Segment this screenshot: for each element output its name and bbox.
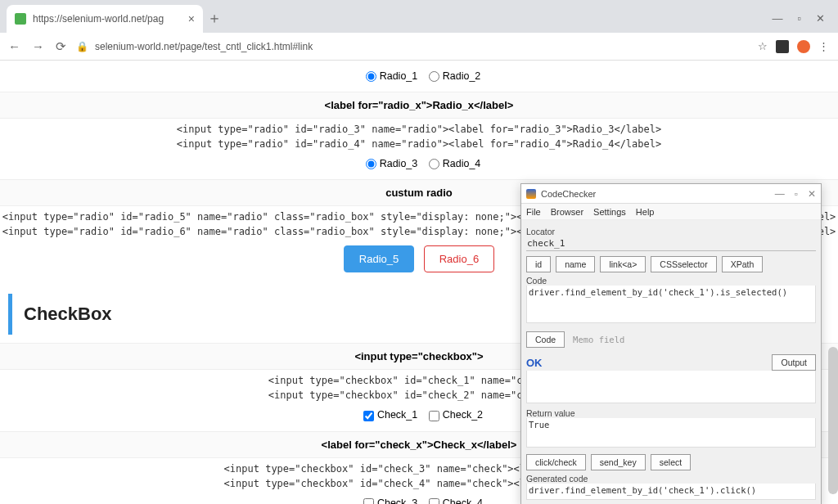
cc-generated-textarea[interactable]: driver.find_element_by_id('check_1').cli… [526,484,816,500]
tab-title: https://selenium-world.net/pag [33,13,164,25]
radio-group-34: Radio_3 Radio_4 [0,151,838,176]
menu-dots-icon[interactable]: ⋮ [818,40,830,52]
section-head-label-radio-x: <label for="radio_x">Radio_x</label> [0,92,838,119]
url-input[interactable]: 🔒 selenium-world.net/page/test_cntl_clic… [76,41,748,52]
check-2-label: Check_2 [443,409,483,421]
cc-locator-label: Locator [526,227,816,236]
cc-minimize-icon[interactable]: — [775,188,785,200]
radio-2-label: Radio_2 [443,70,481,82]
cc-sendkey-button[interactable]: send_key [591,454,646,470]
browser-tab[interactable]: https://selenium-world.net/pag × [7,5,203,33]
cc-xpath-button[interactable]: XPath [722,256,764,272]
check-4-label: Check_4 [443,497,483,504]
browser-tabstrip: https://selenium-world.net/pag × ＋ — ▫ ✕ [0,0,838,33]
radio-3[interactable] [366,159,376,169]
cc-return-label: Return value [526,408,816,418]
custom-radio-6-button[interactable]: Radio_6 [424,245,494,272]
radio-4-label: Radio_4 [443,158,481,169]
nav-back-icon[interactable]: ← [8,39,20,54]
cc-link-button[interactable]: link<a> [600,256,646,272]
check-4[interactable] [429,498,439,504]
check-1[interactable] [363,411,374,421]
address-bar: ← → ⟳ 🔒 selenium-world.net/page/test_cnt… [0,33,838,61]
codechecker-titlebar[interactable]: CodeChecker — ▫ ✕ [521,184,821,204]
cc-menu-help[interactable]: Help [636,207,655,217]
profile-avatar-icon[interactable] [797,40,810,53]
scrollbar-thumb[interactable] [828,347,838,494]
radio-3-label: Radio_3 [380,158,418,169]
bookmark-star-icon[interactable]: ☆ [758,40,768,52]
nav-reload-icon[interactable]: ⟳ [56,39,66,54]
cc-name-button[interactable]: name [556,256,595,272]
new-tab-button[interactable]: ＋ [203,8,226,33]
cc-code-button[interactable]: Code [526,331,565,348]
lock-icon: 🔒 [76,41,88,52]
cc-memo-field[interactable]: Memo field [573,335,816,344]
check-1-label: Check_1 [377,409,417,421]
radio-4[interactable] [429,159,439,169]
custom-radio-5-button[interactable]: Radio_5 [344,245,414,272]
check-3[interactable] [363,498,374,504]
codechecker-app-icon [526,189,536,199]
window-minimize-icon[interactable]: — [772,12,782,25]
cc-id-button[interactable]: id [526,256,551,272]
radio-1-label: Radio_1 [380,70,418,82]
radio-2[interactable] [429,71,439,82]
cc-menu-settings[interactable]: Settings [593,207,626,217]
codechecker-window: CodeChecker — ▫ ✕ File Browser Settings … [520,183,822,504]
cc-maximize-icon[interactable]: ▫ [795,188,798,200]
cc-menu-browser[interactable]: Browser [551,207,583,217]
cc-return-textarea[interactable]: True [526,418,816,448]
codechecker-title: CodeChecker [541,189,770,199]
cc-clickcheck-button[interactable]: click/check [526,454,586,470]
tab-close-icon[interactable]: × [188,12,195,25]
cc-ok-status: OK [526,357,543,369]
check-3-label: Check_3 [377,497,417,504]
cc-menu-file[interactable]: File [526,207,541,217]
extension-icon[interactable] [776,40,789,53]
cc-code-label: Code [526,276,816,286]
window-maximize-icon[interactable]: ▫ [797,12,801,25]
cc-locator-input[interactable] [526,236,816,251]
cc-output-button[interactable]: Output [772,354,816,371]
window-close-icon[interactable]: ✕ [816,12,825,25]
window-controls: — ▫ ✕ [772,12,838,33]
radio-group-12: Radio_1 Radio_2 [0,64,838,88]
cc-output-textarea[interactable] [526,371,816,403]
code-radio-4: <input type="radio" id="radio_4" name="r… [0,137,838,151]
cc-code-textarea[interactable]: driver.find_element_by_id('check_1').is_… [526,286,816,323]
page-viewport: Radio_1 Radio_2 <label for="radio_x">Rad… [0,61,838,504]
codechecker-menubar: File Browser Settings Help [521,204,821,220]
cc-close-icon[interactable]: ✕ [808,188,816,200]
nav-forward-icon[interactable]: → [32,39,44,54]
code-radio-3: <input type="radio" id="radio_3" name="r… [0,122,838,137]
favicon-icon [15,13,26,25]
radio-1[interactable] [366,71,376,82]
url-text: selenium-world.net/page/test_cntl_click1… [95,41,313,52]
check-2[interactable] [429,411,439,421]
cc-select-button[interactable]: select [651,454,691,470]
cc-generated-label: Generated code [526,474,816,484]
cc-cssselector-button[interactable]: CSSselector [651,256,716,272]
